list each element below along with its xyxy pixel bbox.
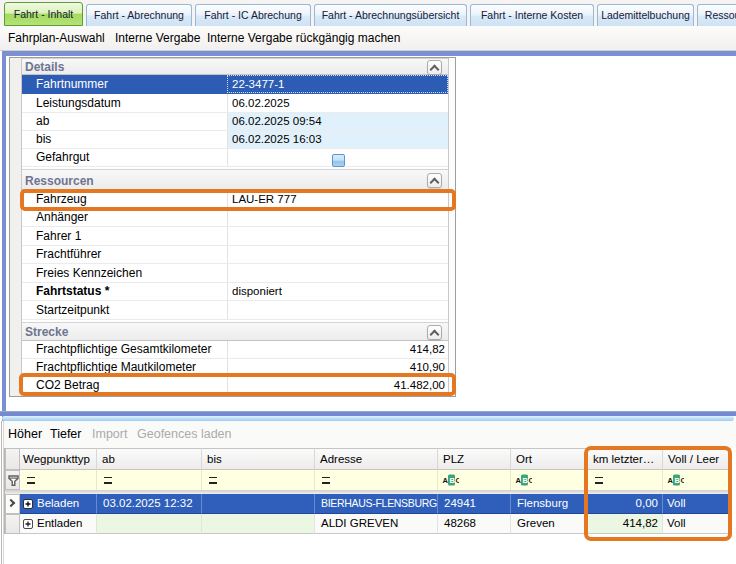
svg-text:A: A (516, 476, 522, 485)
svg-text:C: C (456, 476, 460, 485)
svg-text:C: C (529, 476, 533, 485)
svg-text:A: A (443, 476, 449, 485)
